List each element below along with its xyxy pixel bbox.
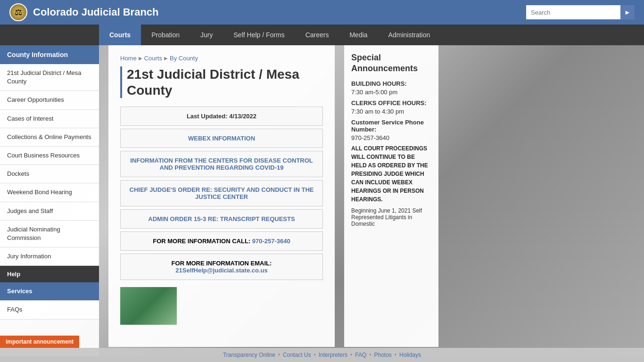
sidebar-item[interactable]: 21st Judicial District / Mesa County: [0, 64, 99, 91]
search-input[interactable]: [526, 5, 620, 19]
info-box: ADMIN ORDER 15-3 RE: TRANSCRIPT REQUESTS: [120, 209, 323, 229]
page-title: 21st Judicial District / Mesa County: [120, 66, 323, 98]
breadcrumb-separator: ▶: [164, 56, 168, 61]
footer-link[interactable]: Photos: [371, 352, 394, 358]
info-boxes: WEBEX INFORMATIONINFORMATION FROM THE CE…: [120, 129, 323, 280]
last-updated-box: Last Updated: 4/13/2022: [120, 107, 323, 126]
sidebar-item[interactable]: Dockets: [0, 165, 99, 183]
clerks-hours-label: CLERKS OFFICE HOURS:: [351, 99, 431, 107]
phone-value: 970-257-3640: [351, 134, 431, 141]
info-box: WEBEX INFORMATION: [120, 129, 323, 148]
site-title: Colorado Judicial Branch: [33, 6, 159, 18]
info-box: INFORMATION FROM THE CENTERS FOR DISEASE…: [120, 151, 323, 177]
sidebar-item[interactable]: Jury Information: [0, 247, 99, 266]
phone-label: Customer Service Phone Number:: [351, 119, 431, 133]
phone-link[interactable]: 970-257-3640: [252, 238, 290, 245]
notice-text: ALL COURT PROCEEDINGS WILL CONTINUE TO B…: [351, 144, 431, 204]
sidebar-help-item[interactable]: Services: [0, 282, 99, 301]
footer-link[interactable]: Interpreters: [316, 352, 350, 358]
announcements-panel: Special Announcements BUILDING HOURS: 7:…: [344, 45, 438, 347]
nav-item-courts[interactable]: Courts: [99, 25, 141, 45]
sidebar-item[interactable]: Cases of Interest: [0, 110, 99, 128]
breadcrumb-item[interactable]: By County: [170, 55, 198, 62]
sidebar-item[interactable]: Collections & Online Payments: [0, 128, 99, 147]
breadcrumb-item[interactable]: Courts: [144, 55, 162, 62]
logo-icon: ⚖: [9, 3, 27, 21]
search-form: ►: [526, 5, 635, 19]
nav-item-administration[interactable]: Administration: [378, 25, 441, 45]
footer-link[interactable]: FAQ: [352, 352, 369, 358]
nav-item-self-help-/-forms[interactable]: Self Help / Forms: [223, 25, 295, 45]
footer-link[interactable]: Contact Us: [280, 352, 314, 358]
important-announcement-banner[interactable]: important announcement: [0, 336, 79, 348]
page-body: County Information 21st Judicial Distric…: [0, 45, 644, 356]
search-button[interactable]: ►: [620, 5, 635, 19]
info-link[interactable]: ADMIN ORDER 15-3 RE: TRANSCRIPT REQUESTS: [148, 215, 295, 222]
nav-item-probation[interactable]: Probation: [141, 25, 190, 45]
last-updated-label: Last Updated:: [187, 113, 228, 120]
main-navigation: CourtsProbationJurySelf Help / FormsCare…: [0, 25, 644, 45]
main-content: Home▶Courts▶By County 21st Judicial Dist…: [99, 45, 644, 356]
info-box: FOR MORE INFORMATION CALL: 970-257-3640: [120, 231, 323, 251]
breadcrumb: Home▶Courts▶By County: [120, 55, 323, 62]
sidebar-item[interactable]: Weekend Bond Hearing: [0, 183, 99, 202]
nav-item-media[interactable]: Media: [339, 25, 378, 45]
sidebar-item[interactable]: Judges and Staff: [0, 202, 99, 221]
sidebar-title: County Information: [0, 45, 99, 64]
header: ⚖ Colorado Judicial Branch ►: [0, 0, 644, 25]
clerks-hours-value: 7:30 am to 4:30 pm: [351, 108, 431, 115]
breadcrumb-separator: ▶: [139, 56, 142, 61]
info-box: FOR MORE INFORMATION EMAIL:21SelfHelp@ju…: [120, 254, 323, 280]
thumbnail-area: [120, 287, 323, 325]
announcements-heading: Special Announcements: [351, 52, 431, 74]
info-link[interactable]: INFORMATION FROM THE CENTERS FOR DISEASE…: [130, 157, 313, 171]
info-box: CHIEF JUDGE'S ORDER RE: SECURITY AND CON…: [120, 180, 323, 206]
courthouse-image: [120, 287, 177, 325]
content-area: Home▶Courts▶By County 21st Judicial Dist…: [108, 45, 335, 347]
footer-link[interactable]: Transparency Online: [220, 352, 278, 358]
nav-item-careers[interactable]: Careers: [295, 25, 339, 45]
sidebar-help-item[interactable]: FAQs: [0, 301, 99, 319]
info-link[interactable]: WEBEX INFORMATION: [188, 135, 255, 142]
header-brand: ⚖ Colorado Judicial Branch: [9, 3, 159, 21]
sidebar-item[interactable]: Court Business Resources: [0, 147, 99, 165]
building-hours-label: BUILDING HOURS:: [351, 80, 431, 87]
sidebar-section-help: Help: [0, 266, 99, 282]
beginning-text: Beginning June 1, 2021 Self Represented …: [351, 207, 431, 227]
sidebar-item[interactable]: Career Opportunities: [0, 91, 99, 109]
sidebar-item[interactable]: Judicial Nominating Commission: [0, 221, 99, 247]
phone-label: FOR MORE INFORMATION CALL:: [153, 238, 250, 245]
footer-bar: Transparency Online • Contact Us • Inter…: [0, 348, 644, 362]
last-updated-value: 4/13/2022: [229, 113, 256, 120]
email-link[interactable]: 21SelfHelp@judicial.state.co.us: [175, 267, 267, 274]
email-label: FOR MORE INFORMATION EMAIL:: [128, 260, 315, 267]
nav-item-jury[interactable]: Jury: [190, 25, 223, 45]
building-hours-value: 7:30 am-5:00 pm: [351, 89, 431, 96]
breadcrumb-item[interactable]: Home: [120, 55, 137, 62]
footer-link[interactable]: Holidays: [396, 352, 424, 358]
info-link[interactable]: CHIEF JUDGE'S ORDER RE: SECURITY AND CON…: [130, 186, 314, 200]
sidebar: County Information 21st Judicial Distric…: [0, 45, 99, 356]
